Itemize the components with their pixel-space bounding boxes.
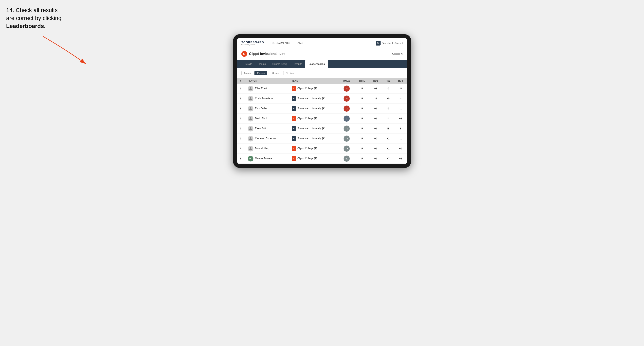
user-avatar: TU — [376, 41, 380, 45]
filter-strokes-button[interactable]: Strokes — [283, 71, 296, 75]
cancel-button[interactable]: Cancel ✕ — [392, 52, 403, 55]
player-name: Cameron Robertson — [255, 137, 277, 140]
sign-out-link[interactable]: Sign out — [394, 42, 403, 44]
table-row: 4David FordCClippd College [A]EF+1-4+3 — [237, 114, 407, 124]
cell-rd1: +1 — [370, 104, 382, 114]
tab-bar: Details Teams Course Setup Results Leade… — [237, 60, 407, 68]
team-name: Scoreboard University [A] — [297, 107, 325, 110]
logo-sub: Powered by clippd — [241, 44, 264, 46]
cell-rank: 8 — [237, 154, 245, 164]
table-body: 1Elliot EbertCClippd College [A]-8F+3-6-… — [237, 84, 407, 164]
player-name: Elliot Ebert — [255, 87, 267, 90]
instruction-line3: Leaderboards. — [6, 23, 46, 29]
team-name: Scoreboard University [A] — [297, 137, 325, 140]
table-row: 3Rich ButlerSUScoreboard University [A]-… — [237, 104, 407, 114]
tournament-header: C Clippd Invitational (Men) Cancel ✕ — [237, 48, 407, 60]
player-avatar — [248, 146, 254, 152]
cell-thru: F — [354, 114, 369, 124]
player-name: Marcus Turners — [255, 157, 272, 160]
cell-total: -8 — [338, 84, 355, 94]
team-logo: SU — [292, 106, 296, 111]
cell-player: Cameron Robertson — [245, 134, 289, 144]
team-name: Clippd College [A] — [297, 117, 317, 120]
team-name: Scoreboard University [A] — [297, 127, 325, 130]
cell-rd2: +5 — [382, 94, 394, 104]
player-avatar: MT — [248, 156, 254, 162]
cell-rd2: +2 — [382, 134, 394, 144]
team-name: Clippd College [A] — [297, 87, 317, 90]
col-team: TEAM — [289, 78, 338, 84]
cell-total: +9 — [338, 144, 355, 154]
cell-total: +1 — [338, 124, 355, 134]
cell-rd2: +7 — [382, 154, 394, 164]
team-logo: C — [292, 146, 296, 151]
col-rd2: RD2 — [382, 78, 394, 84]
cell-thru: F — [354, 94, 369, 104]
tab-course-setup[interactable]: Course Setup — [269, 60, 291, 68]
score-badge: -2 — [344, 106, 350, 112]
tablet-frame: SCOREBOARD Powered by clippd TOURNAMENTS… — [233, 34, 411, 168]
cell-rd3: +6 — [394, 144, 407, 154]
tab-leaderboards[interactable]: Leaderboards — [305, 60, 328, 68]
score-badge: -8 — [344, 86, 350, 92]
filter-scores-button[interactable]: Scores — [270, 71, 282, 75]
cell-thru: F — [354, 104, 369, 114]
filter-teams-button[interactable]: Teams — [241, 71, 253, 75]
cell-rd3: -5 — [394, 84, 407, 94]
cell-total: -4 — [338, 94, 355, 104]
score-badge: +9 — [344, 146, 350, 152]
player-name: Blair McHarg — [255, 147, 269, 150]
nav-tournaments[interactable]: TOURNAMENTS — [270, 41, 290, 45]
cell-team: CClippd College [A] — [289, 144, 338, 154]
cell-team: SUScoreboard University [A] — [289, 124, 338, 134]
cell-thru: F — [354, 124, 369, 134]
table-row: 5Rees BrittSUScoreboard University [A]+1… — [237, 124, 407, 134]
nav-bar: SCOREBOARD Powered by clippd TOURNAMENTS… — [237, 38, 407, 48]
cell-player: Chris Robertson — [245, 94, 289, 104]
team-logo: SU — [292, 126, 296, 131]
cell-team: SUScoreboard University [A] — [289, 104, 338, 114]
cell-player: Elliot Ebert — [245, 84, 289, 94]
filter-players-button[interactable]: Players — [254, 71, 267, 75]
cell-rd1: +1 — [370, 124, 382, 134]
cell-rd1: +1 — [370, 114, 382, 124]
cell-thru: F — [354, 144, 369, 154]
cell-player: MTMarcus Turners — [245, 154, 289, 164]
player-avatar — [248, 96, 254, 101]
cell-rd3: -1 — [394, 134, 407, 144]
nav-teams[interactable]: TEAMS — [294, 41, 303, 45]
cell-rd3: -1 — [394, 104, 407, 114]
tablet-screen: SCOREBOARD Powered by clippd TOURNAMENTS… — [237, 38, 407, 164]
player-name: David Ford — [255, 117, 267, 120]
table-row: 1Elliot EbertCClippd College [A]-8F+3-6-… — [237, 84, 407, 94]
score-badge: -4 — [344, 96, 350, 102]
cell-rd2: -2 — [382, 104, 394, 114]
logo-area: SCOREBOARD Powered by clippd — [241, 41, 264, 46]
cell-team: CClippd College [A] — [289, 154, 338, 164]
team-name: Clippd College [A] — [297, 147, 317, 150]
cell-team: SUScoreboard University [A] — [289, 94, 338, 104]
tab-teams[interactable]: Teams — [255, 60, 269, 68]
table-row: 2Chris RobertsonSUScoreboard University … — [237, 94, 407, 104]
team-name: Clippd College [A] — [297, 157, 317, 160]
table-row: 6Cameron RobertsonSUScoreboard Universit… — [237, 134, 407, 144]
tab-results[interactable]: Results — [291, 60, 305, 68]
team-logo: C — [292, 116, 296, 121]
nav-right: TU Test User | Sign out — [376, 41, 403, 45]
cell-rank: 3 — [237, 104, 245, 114]
team-name: Scoreboard University [A] — [297, 97, 325, 100]
col-total: TOTAL — [338, 78, 355, 84]
player-name: Rees Britt — [255, 127, 266, 130]
team-logo: C — [292, 156, 296, 161]
player-avatar — [248, 126, 254, 132]
tab-details[interactable]: Details — [241, 60, 256, 68]
cell-team: SUScoreboard University [A] — [289, 134, 338, 144]
cell-team: CClippd College [A] — [289, 84, 338, 94]
user-label: Test User | — [382, 42, 393, 44]
col-player: PLAYER — [245, 78, 289, 84]
cell-player: Rees Britt — [245, 124, 289, 134]
cell-thru: F — [354, 134, 369, 144]
cell-rd2: -6 — [382, 84, 394, 94]
cell-rd3: -4 — [394, 94, 407, 104]
filter-bar: Teams Players Scores Strokes — [237, 68, 407, 78]
